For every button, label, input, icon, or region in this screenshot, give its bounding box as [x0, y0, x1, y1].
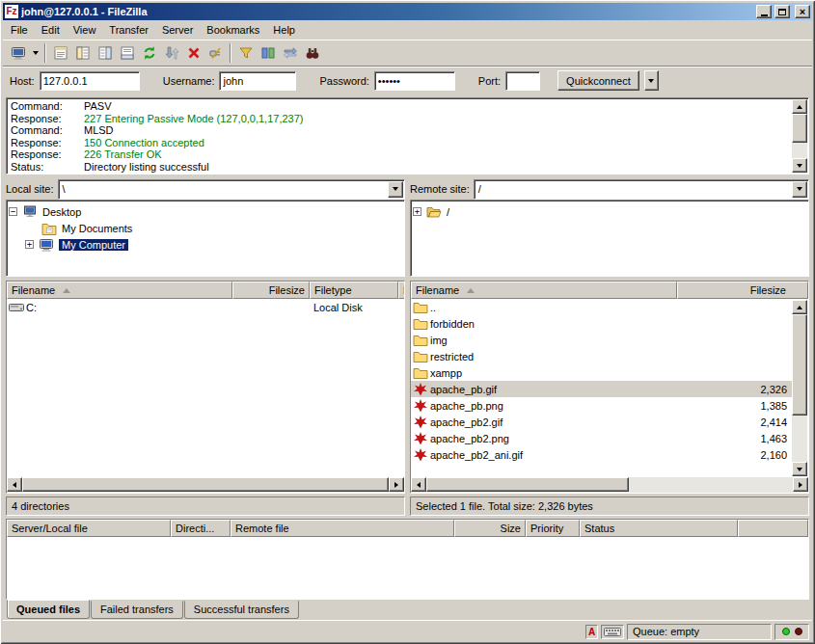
- sync-browse-button[interactable]: [279, 42, 301, 65]
- local-site-combo[interactable]: \: [58, 179, 405, 200]
- scrollbar-thumb[interactable]: [792, 114, 807, 143]
- toggle-remote-tree-button[interactable]: [94, 42, 116, 65]
- scroll-right-button[interactable]: [389, 477, 404, 492]
- menubar: File Edit View Transfer Server Bookmarks…: [3, 20, 812, 40]
- scroll-up-button[interactable]: [792, 300, 807, 314]
- scroll-left-button[interactable]: [7, 477, 22, 492]
- queue-body[interactable]: [7, 537, 808, 599]
- folder-row[interactable]: ..: [411, 299, 793, 315]
- log-scrollbar[interactable]: [792, 99, 807, 173]
- tree-item-my-computer[interactable]: + My Computer: [9, 236, 402, 253]
- column-header-filename[interactable]: Filename: [411, 282, 677, 299]
- site-manager-button[interactable]: [7, 42, 29, 65]
- transfer-type-icon[interactable]: A: [585, 625, 598, 639]
- close-button[interactable]: ×: [795, 5, 810, 18]
- column-header-lastmodified[interactable]: L: [398, 282, 405, 299]
- toggle-message-log-button[interactable]: [49, 42, 71, 65]
- local-horizontal-scrollbar[interactable]: [7, 477, 404, 493]
- maximize-button[interactable]: [774, 5, 790, 18]
- refresh-button[interactable]: [138, 42, 160, 65]
- tree-item-root[interactable]: + /: [413, 203, 806, 220]
- local-tree[interactable]: − Desktop My Documents + My Computer: [6, 200, 405, 277]
- remote-site-dropdown-button[interactable]: [792, 181, 807, 198]
- file-row-selected[interactable]: apache_pb.gif2,326: [411, 381, 793, 397]
- tree-item-desktop[interactable]: − Desktop: [9, 203, 402, 220]
- remote-tree[interactable]: + /: [410, 200, 809, 277]
- local-list-body[interactable]: C: Local Disk: [7, 299, 404, 477]
- column-header-priority[interactable]: Priority: [526, 520, 580, 537]
- tab-successful-transfers[interactable]: Successful transfers: [184, 601, 299, 619]
- file-row-c-drive[interactable]: C: Local Disk: [7, 299, 404, 315]
- column-header-filetype[interactable]: Filetype: [310, 282, 398, 299]
- toggle-local-tree-button[interactable]: [71, 42, 94, 65]
- quickconnect-bar: Host: Username: Password: Port: Quickcon…: [3, 66, 812, 94]
- menu-bookmarks[interactable]: Bookmarks: [200, 21, 266, 39]
- file-row[interactable]: apache_pb2.gif2,414: [411, 414, 793, 430]
- cancel-button[interactable]: [182, 42, 204, 65]
- column-header-filename[interactable]: Filename: [7, 282, 232, 299]
- process-queue-button[interactable]: [160, 42, 182, 65]
- scrollbar-thumb[interactable]: [792, 314, 807, 416]
- toggle-queue-button[interactable]: [116, 42, 138, 65]
- site-manager-dropdown-button[interactable]: [29, 42, 41, 65]
- log-line: Response:227 Entering Passive Mode (127,…: [11, 113, 789, 125]
- encryption-indicator-icon[interactable]: [601, 625, 624, 639]
- remote-site-combo[interactable]: /: [474, 179, 809, 200]
- port-input[interactable]: [505, 71, 540, 91]
- file-size: 1,385: [677, 400, 793, 412]
- folder-row[interactable]: xampp: [411, 364, 793, 381]
- compare-button[interactable]: [257, 42, 279, 65]
- filter-button[interactable]: [234, 42, 257, 65]
- folder-row[interactable]: img: [411, 332, 793, 348]
- tab-failed-transfers[interactable]: Failed transfers: [91, 601, 183, 619]
- menu-server[interactable]: Server: [155, 21, 200, 39]
- remote-horizontal-scrollbar[interactable]: [411, 477, 808, 493]
- host-input[interactable]: [40, 71, 140, 91]
- menu-help[interactable]: Help: [266, 21, 302, 39]
- menu-edit[interactable]: Edit: [35, 21, 67, 39]
- tab-queued-files[interactable]: Queued files: [7, 600, 90, 619]
- tree-item-label: My Documents: [62, 223, 132, 234]
- transfer-queue[interactable]: Server/Local file Directi... Remote file…: [6, 519, 809, 600]
- local-file-list[interactable]: Filename Filesize Filetype L C: Local Di…: [6, 281, 405, 494]
- menu-file[interactable]: File: [4, 21, 35, 39]
- scroll-left-button[interactable]: [411, 477, 426, 492]
- remote-vertical-scrollbar[interactable]: [792, 300, 807, 476]
- quickconnect-button[interactable]: Quickconnect: [557, 70, 639, 91]
- titlebar[interactable]: Fz john@127.0.0.1 - FileZilla ×: [3, 3, 812, 20]
- file-row[interactable]: apache_pb.png1,385: [411, 397, 793, 414]
- local-site-dropdown-button[interactable]: [388, 181, 403, 198]
- column-header-direction[interactable]: Directi...: [171, 520, 231, 537]
- menu-view[interactable]: View: [67, 21, 103, 39]
- scroll-down-button[interactable]: [792, 158, 807, 173]
- tree-item-my-documents[interactable]: My Documents: [9, 220, 402, 236]
- username-input[interactable]: [219, 71, 296, 91]
- app-icon: Fz: [5, 5, 18, 18]
- file-row[interactable]: apache_pb2_ani.gif2,160: [411, 446, 793, 463]
- column-header-filesize[interactable]: Filesize: [677, 282, 808, 299]
- scroll-down-button[interactable]: [792, 462, 807, 476]
- minimize-button[interactable]: [756, 5, 772, 18]
- file-row[interactable]: apache_pb2.png1,463: [411, 430, 793, 446]
- expand-box-icon[interactable]: +: [25, 240, 34, 249]
- find-button[interactable]: [301, 42, 323, 65]
- column-header-remote-file[interactable]: Remote file: [231, 520, 454, 537]
- scrollbar-thumb[interactable]: [426, 477, 629, 492]
- scroll-right-button[interactable]: [793, 477, 808, 492]
- scrollbar-thumb[interactable]: [22, 477, 389, 492]
- remote-file-list[interactable]: Filename Filesize .. forbidden img restr…: [410, 281, 809, 494]
- expand-box-icon[interactable]: +: [413, 207, 421, 216]
- menu-transfer[interactable]: Transfer: [102, 21, 155, 39]
- remote-list-body[interactable]: .. forbidden img restricted xampp apache…: [411, 299, 808, 477]
- quickconnect-dropdown-button[interactable]: [644, 70, 659, 91]
- column-header-size[interactable]: Size: [454, 520, 526, 537]
- column-header-status[interactable]: Status: [580, 520, 738, 537]
- password-input[interactable]: [374, 71, 455, 91]
- disconnect-button[interactable]: [204, 42, 227, 65]
- column-header-filesize[interactable]: Filesize: [232, 282, 310, 299]
- scroll-up-button[interactable]: [792, 99, 807, 114]
- folder-row[interactable]: forbidden: [411, 315, 793, 332]
- column-header-server-local-file[interactable]: Server/Local file: [7, 520, 171, 537]
- folder-row[interactable]: restricted: [411, 348, 793, 364]
- collapse-box-icon[interactable]: −: [9, 207, 17, 216]
